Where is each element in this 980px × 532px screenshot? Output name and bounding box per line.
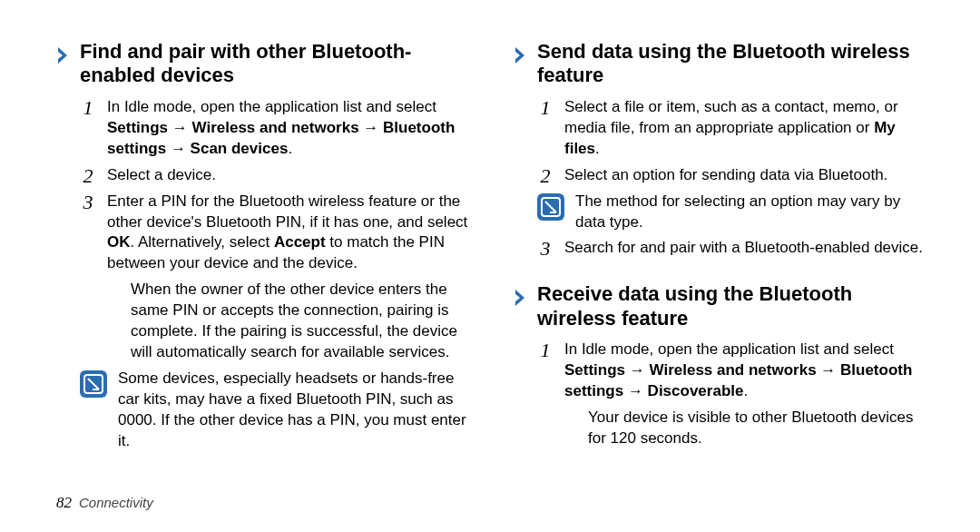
step-1-paragraph: Your device is visible to other Bluetoot… — [588, 408, 927, 449]
step-2: 2 Select a device. — [80, 165, 470, 186]
text: . — [595, 140, 600, 157]
text: Enter a PIN for the Bluetooth wireless f… — [107, 192, 467, 231]
note: The method for selecting an option may v… — [537, 192, 927, 233]
step-number: 1 — [537, 97, 554, 118]
chevron-right-icon — [56, 45, 71, 65]
section-title: Receive data using the Bluetooth wireles… — [537, 282, 927, 330]
text: In Idle mode, open the application list … — [107, 98, 436, 115]
step-body: Search for and pair with a Bluetooth-ena… — [564, 238, 923, 259]
step-1: 1 In Idle mode, open the application lis… — [537, 340, 927, 402]
section-find-pair: Find and pair with other Bluetooth-enabl… — [56, 40, 470, 458]
bold-text: Accept — [274, 233, 326, 251]
step-number: 2 — [80, 165, 96, 186]
right-column: Send data using the Bluetooth wireless f… — [514, 40, 927, 490]
content-columns: Find and pair with other Bluetooth-enabl… — [56, 40, 927, 490]
section-heading: Find and pair with other Bluetooth-enabl… — [56, 40, 470, 88]
bold-text: OK — [107, 233, 131, 251]
step-body: Enter a PIN for the Bluetooth wireless f… — [107, 192, 470, 275]
text: . Alternatively, select — [131, 233, 274, 251]
step-body: In Idle mode, open the application list … — [107, 97, 470, 160]
section-title: Find and pair with other Bluetooth-enabl… — [80, 40, 470, 88]
step-3-paragraph: When the owner of the other device enter… — [131, 280, 470, 363]
text: In Idle mode, open the application list … — [564, 340, 894, 358]
section-receive-data: Receive data using the Bluetooth wireles… — [514, 282, 927, 454]
step-1: 1 In Idle mode, open the application lis… — [80, 97, 470, 160]
note-body: Some devices, especially headsets or han… — [118, 369, 470, 452]
page-section-label: Connectivity — [79, 495, 153, 510]
svg-line-4 — [545, 202, 556, 212]
step-body: In Idle mode, open the application list … — [564, 340, 927, 402]
info-note-icon — [80, 370, 107, 398]
info-note-icon — [537, 193, 564, 221]
left-column: Find and pair with other Bluetooth-enabl… — [56, 40, 470, 490]
section-heading: Send data using the Bluetooth wireless f… — [514, 40, 927, 88]
step-number: 2 — [537, 165, 554, 186]
section-heading: Receive data using the Bluetooth wireles… — [514, 282, 927, 330]
section-title: Send data using the Bluetooth wireless f… — [537, 40, 927, 88]
step-number: 1 — [80, 97, 96, 118]
text: Select a file or item, such as a contact… — [564, 98, 898, 136]
text: . — [288, 140, 292, 157]
step-body: Select a device. — [107, 165, 216, 186]
step-number: 3 — [537, 238, 554, 259]
note-body: The method for selecting an option may v… — [575, 192, 927, 233]
page-number: 82 — [56, 494, 72, 512]
step-list-cont: 3 Search for and pair with a Bluetooth-e… — [537, 238, 927, 259]
step-list: 1 Select a file or item, such as a conta… — [537, 97, 927, 186]
step-body: Select a file or item, such as a contact… — [564, 97, 927, 160]
step-1: 1 Select a file or item, such as a conta… — [537, 97, 927, 160]
step-number: 3 — [80, 192, 96, 212]
note: Some devices, especially headsets or han… — [80, 369, 470, 452]
step-number: 1 — [537, 340, 554, 360]
svg-line-1 — [88, 379, 99, 389]
step-3: 3 Search for and pair with a Bluetooth-e… — [537, 238, 927, 259]
document-page: Find and pair with other Bluetooth-enabl… — [0, 0, 980, 532]
text: . — [743, 382, 748, 399]
step-3: 3 Enter a PIN for the Bluetooth wireless… — [80, 192, 470, 275]
step-list: 1 In Idle mode, open the application lis… — [80, 97, 470, 363]
chevron-right-icon — [514, 288, 528, 308]
chevron-right-icon — [514, 45, 528, 65]
bold-text: Settings → Wireless and networks → Bluet… — [564, 361, 912, 399]
bold-text: Settings → Wireless and networks → Bluet… — [107, 119, 455, 157]
step-body: Select an option for sending data via Bl… — [564, 165, 887, 186]
step-list: 1 In Idle mode, open the application lis… — [537, 340, 927, 449]
step-2: 2 Select an option for sending data via … — [537, 165, 927, 186]
section-send-data: Send data using the Bluetooth wireless f… — [514, 40, 927, 264]
page-footer: 82 Connectivity — [56, 494, 927, 512]
